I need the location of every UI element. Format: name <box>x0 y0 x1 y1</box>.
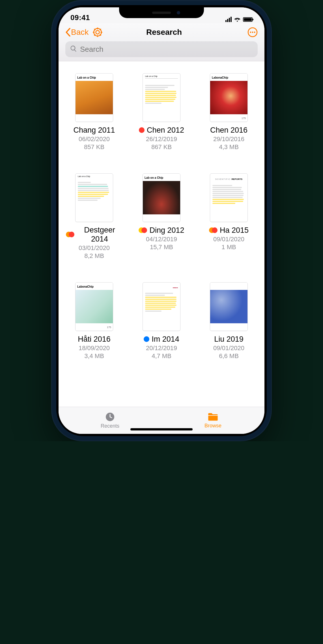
search-icon <box>70 45 77 53</box>
file-thumbnail: nature <box>143 282 180 331</box>
phone-notch <box>119 7 204 18</box>
file-name: Håti 2016 <box>78 335 111 344</box>
folder-icon <box>207 412 219 422</box>
file-size: 6,6 MB <box>219 352 239 360</box>
tag-dots <box>139 227 147 233</box>
file-thumbnail: Lab on a Chip <box>143 173 180 222</box>
file-date: 09/01/2020 <box>213 236 244 243</box>
file-item[interactable]: Liu 2019 09/01/2020 6,6 MB <box>201 282 257 360</box>
file-size: 857 KB <box>84 143 104 151</box>
wifi-icon <box>234 17 241 22</box>
page-title: Research <box>85 28 244 37</box>
file-thumbnail: Lab on a Chip <box>75 73 113 122</box>
file-item[interactable]: Lab on a Chip Chang 2011 06/02/2020 857 … <box>66 73 122 151</box>
file-name: Chen 2016 <box>210 126 247 135</box>
chevron-left-icon <box>65 28 70 36</box>
file-item[interactable]: Lab on a Chip Ding 2012 04/12/2019 15,7 … <box>133 173 190 260</box>
file-item[interactable]: Lab on a Chip Destgeer 2014 03/01/2020 8… <box>66 173 122 260</box>
file-size: 3,4 MB <box>84 352 104 360</box>
clock-icon <box>105 412 115 422</box>
navigation-bar: Back Research <box>59 23 264 41</box>
file-size: 4,3 MB <box>219 143 239 151</box>
svg-point-11 <box>250 32 251 33</box>
file-item[interactable]: LabonaChip175 Chen 2016 29/10/2016 4,3 M… <box>201 73 257 151</box>
search-input[interactable] <box>80 45 253 54</box>
file-date: 29/10/2016 <box>213 135 244 143</box>
app-screen: 09:41 Back <box>59 7 264 434</box>
file-name: Chen 2012 <box>147 126 184 135</box>
file-date: 06/02/2020 <box>79 135 110 143</box>
file-name: Liu 2019 <box>214 335 244 344</box>
file-name: Ding 2012 <box>149 226 184 235</box>
file-thumbnail <box>210 282 248 331</box>
tag-dots <box>66 232 74 237</box>
tag-dots <box>209 227 218 233</box>
file-date: 09/01/2020 <box>213 344 244 352</box>
file-item[interactable]: LabonaChip175 Håti 2016 18/09/2020 3,4 M… <box>66 282 122 360</box>
file-item[interactable]: Lab on a Chip Chen 2012 26/12/2019 867 K… <box>133 73 190 151</box>
search-bar <box>59 41 264 61</box>
file-date: 20/12/2019 <box>146 344 177 352</box>
file-thumbnail: LabonaChip175 <box>75 282 113 331</box>
more-menu-button[interactable] <box>247 27 258 37</box>
more-menu-icon <box>247 27 258 37</box>
file-size: 4,7 MB <box>152 352 171 360</box>
file-size: 867 KB <box>151 143 172 151</box>
svg-point-13 <box>254 32 255 33</box>
search-field[interactable] <box>65 41 258 57</box>
file-name: Destgeer 2014 <box>77 225 122 244</box>
svg-point-12 <box>252 32 253 33</box>
tab-label: Browse <box>204 423 221 429</box>
file-item[interactable]: nature Im 2014 20/12/2019 4,7 MB <box>133 282 190 360</box>
file-thumbnail: Lab on a Chip <box>143 73 180 122</box>
tab-label: Recents <box>101 423 119 429</box>
file-grid[interactable]: Lab on a Chip Chang 2011 06/02/2020 857 … <box>59 61 264 407</box>
file-date: 26/12/2019 <box>146 135 177 143</box>
file-name: Chang 2011 <box>73 126 115 135</box>
file-size: 8,2 MB <box>84 252 104 260</box>
home-indicator[interactable] <box>130 428 193 430</box>
tag-dots <box>144 336 149 342</box>
status-time: 09:41 <box>70 13 90 22</box>
file-item[interactable]: SCIENTIFIC REPORTS Ha 2015 09/01/2020 1 … <box>201 173 257 260</box>
file-date: 03/01/2020 <box>79 244 110 252</box>
battery-icon <box>243 17 253 22</box>
file-name: Im 2014 <box>152 335 179 344</box>
file-size: 15,7 MB <box>150 244 173 251</box>
file-thumbnail: SCIENTIFIC REPORTS <box>210 173 248 222</box>
file-size: 1 MB <box>221 244 236 251</box>
file-name: Ha 2015 <box>220 226 249 235</box>
file-thumbnail: LabonaChip175 <box>210 73 248 122</box>
tag-dots <box>139 127 145 133</box>
cellular-icon <box>225 17 232 22</box>
file-date: 18/09/2020 <box>79 344 110 352</box>
file-date: 04/12/2019 <box>146 236 177 243</box>
file-thumbnail: Lab on a Chip <box>75 173 113 222</box>
